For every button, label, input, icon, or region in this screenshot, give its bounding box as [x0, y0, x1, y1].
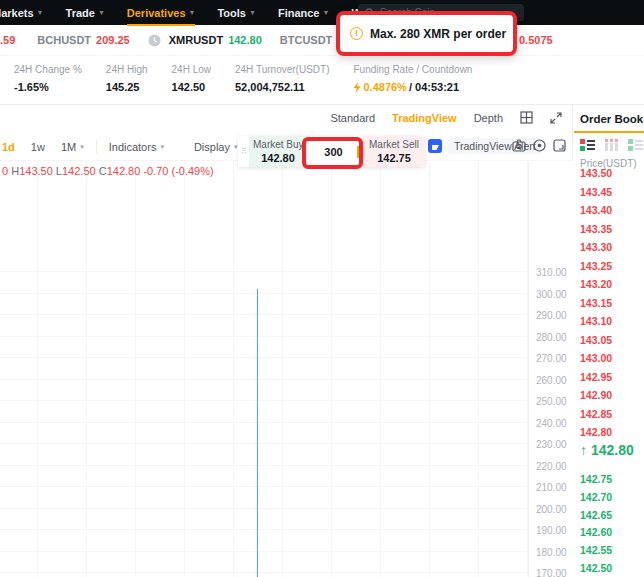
ticker-price-bchusdt: 209.25 — [96, 34, 130, 46]
axis-tick-label: 300.00 — [536, 289, 567, 300]
gridline — [0, 465, 528, 466]
ask-price-row[interactable]: 143.05 — [580, 334, 612, 346]
ask-price-row[interactable]: 142.95 — [580, 371, 612, 383]
ticker-symbol-bchusdt[interactable]: BCHUSDT — [37, 34, 91, 46]
order-book-panel: Order Book — [574, 105, 644, 577]
market-buy-button[interactable]: Market Buy 142.80 — [249, 136, 307, 167]
market-sell-price: 142.75 — [367, 152, 421, 164]
warning-icon: ! — [350, 27, 363, 40]
tooltip-text: Max. 280 XMR per order — [370, 27, 506, 41]
stat-funding-rate: Funding Rate / Countdown 0.4876% / 04:53… — [353, 64, 472, 104]
axis-tick-label: 270.00 — [536, 353, 567, 364]
ask-price-row[interactable]: 143.15 — [580, 297, 612, 309]
tab-depth[interactable]: Depth — [474, 112, 503, 124]
ask-price-row[interactable]: 143.50 — [580, 167, 612, 179]
gridline — [135, 161, 136, 577]
chevron-down-icon: ▼ — [37, 9, 44, 16]
quick-trade-widget: ⠿ Market Buy 142.80 Market Sell 142.75 — [238, 136, 425, 167]
ask-price-row[interactable]: 142.80 — [580, 426, 612, 438]
market-buy-price: 142.80 — [253, 152, 303, 164]
ask-price-row[interactable]: 143.45 — [580, 186, 612, 198]
ask-price-row[interactable]: 143.25 — [580, 260, 612, 272]
bid-price-row[interactable]: 142.55 — [580, 544, 612, 556]
tab-tradingview[interactable]: TradingView — [392, 112, 457, 124]
ticker-strip: .59 BCHUSDT 209.25 XMRUSDT 142.80 BTCUSD… — [0, 25, 644, 56]
order-book-last-price: ↑ 142.80 — [580, 442, 634, 458]
bid-price-row[interactable]: 142.70 — [580, 491, 612, 503]
market-sell-button[interactable]: Market Sell 142.75 — [363, 136, 425, 167]
ticker-partial-right: 0.5075 — [519, 34, 553, 46]
book-view-bids-icon[interactable] — [628, 139, 643, 151]
gridline — [0, 422, 528, 423]
bid-price-row[interactable]: 142.50 — [580, 562, 612, 574]
gridline — [86, 161, 87, 577]
lightning-icon — [353, 82, 361, 93]
ask-price-row[interactable]: 142.85 — [580, 408, 612, 420]
gridline — [0, 336, 528, 337]
interval-1w-button[interactable]: 1w — [23, 141, 53, 153]
stat-24h-low-value: 142.50 — [172, 81, 211, 93]
camera-icon[interactable] — [512, 139, 526, 152]
book-view-both-icon[interactable] — [580, 139, 595, 151]
axis-tick-label: 180.00 — [536, 547, 567, 558]
stat-24h-change: 24H Change % -1.65% — [14, 64, 82, 104]
grid-layout-icon[interactable] — [520, 111, 533, 124]
axis-tick-label: 290.00 — [536, 310, 567, 321]
top-nav-bar: Markets▼Trade▼Derivatives▼Tools▼Finance▼… — [0, 0, 644, 25]
tradingview-logo-icon — [428, 139, 442, 153]
nav-item-trade[interactable]: Trade▼ — [66, 7, 105, 19]
bid-price-row[interactable]: 142.65 — [580, 509, 612, 521]
chart-region: Standard TradingView Depth 1d 1w 1M▾ Ind… — [0, 105, 573, 577]
stat-24h-turnover-value: 52,004,752.11 — [235, 81, 329, 93]
chevron-down-icon: ▼ — [249, 9, 256, 16]
chevron-down-icon: ▼ — [323, 9, 330, 16]
ticker-partial-left: .59 — [0, 34, 15, 46]
nav-item-derivatives[interactable]: Derivatives▼ — [127, 7, 196, 19]
axis-tick-label: 210.00 — [536, 482, 567, 493]
chart-view-tabs: Standard TradingView Depth — [330, 111, 562, 124]
nav-item-markets[interactable]: Markets▼ — [0, 7, 44, 19]
axis-tick-label: 280.00 — [536, 332, 567, 343]
gridline — [0, 572, 528, 573]
expand-icon[interactable] — [550, 112, 562, 124]
ask-price-row[interactable]: 143.30 — [580, 241, 612, 253]
candlestick-plot[interactable] — [0, 161, 528, 577]
record-icon[interactable] — [533, 139, 546, 152]
ask-price-row[interactable]: 143.00 — [580, 352, 612, 364]
gridline — [0, 400, 528, 401]
screenshot-icon[interactable] — [553, 139, 566, 152]
ask-price-row[interactable]: 143.10 — [580, 315, 612, 327]
ask-price-row[interactable]: 143.40 — [580, 204, 612, 216]
display-button[interactable]: Display▾ — [186, 141, 246, 153]
order-book-title: Order Book — [580, 113, 643, 125]
ask-price-row[interactable]: 143.20 — [580, 278, 612, 290]
stat-24h-change-value: -1.65% — [14, 81, 82, 93]
nav-item-finance[interactable]: Finance▼ — [278, 7, 330, 19]
book-view-depth-icon[interactable] — [604, 139, 619, 151]
trading-app-window: Markets▼Trade▼Derivatives▼Tools▼Finance▼… — [0, 0, 644, 577]
bid-price-row[interactable]: 142.60 — [580, 526, 612, 538]
tab-standard[interactable]: Standard — [330, 112, 375, 124]
gridline — [380, 161, 381, 577]
pair-stats-bar: 24H Change % -1.65% 24H High 145.25 24H … — [0, 56, 644, 105]
price-axis[interactable]: 310.00300.00290.00280.00270.00260.00250.… — [528, 161, 573, 577]
order-qty-input[interactable] — [311, 146, 359, 158]
bid-price-row[interactable]: 142.75 — [580, 473, 612, 485]
ask-price-row[interactable]: 143.35 — [580, 223, 612, 235]
gridline — [331, 161, 332, 577]
ticker-symbol-btcusdt[interactable]: BTCUSDT — [280, 34, 333, 46]
interval-1d-button[interactable]: 1d — [0, 141, 23, 153]
ticker-symbol-xmrusdt[interactable]: XMRUSDT — [169, 34, 223, 46]
chevron-down-icon: ▼ — [189, 9, 196, 16]
order-book-tab-underline — [574, 131, 644, 133]
interval-1m-button[interactable]: 1M▾ — [53, 141, 92, 153]
ask-price-row[interactable]: 142.90 — [580, 389, 612, 401]
chart-action-icons — [512, 139, 566, 152]
nav-item-tools[interactable]: Tools▼ — [217, 7, 255, 19]
axis-tick-label: 170.00 — [536, 568, 567, 577]
indicators-button[interactable]: Indicators▾ — [101, 141, 172, 153]
drag-handle-icon[interactable]: ⠿ — [238, 136, 249, 167]
order-book-view-icons — [580, 139, 644, 151]
gridline — [0, 271, 528, 272]
stat-24h-turnover: 24H Turnover(USDT) 52,004,752.11 — [235, 64, 329, 104]
